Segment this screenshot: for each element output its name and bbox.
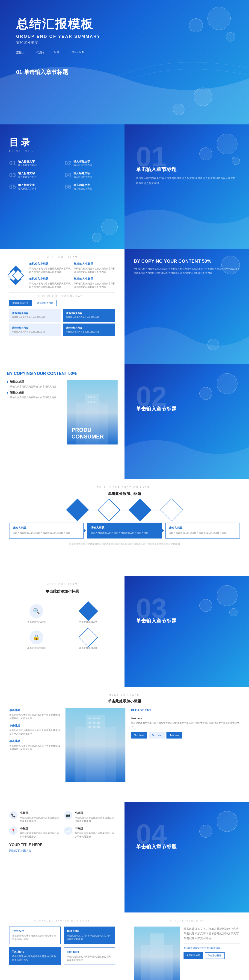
svg-rect-21 <box>150 934 164 980</box>
slide6-heading: 单击此处添加小标题 <box>9 589 115 594</box>
slide7-text-here: Text here <box>131 717 142 720</box>
slide7-label: MEET OUR TEAM <box>9 694 240 696</box>
cover-subtitle: 简约线性渐变 <box>16 40 233 45</box>
step1: 请输入标题 请输入内容请输入内容请输入内容请输入内容请输入内容 <box>9 523 84 538</box>
slide9-item1: Text here 单击此处添加文字内容单击此处添加文字内容单击此处添加 <box>9 926 61 944</box>
chapter01-heading: 单击输入章节标题 <box>136 166 238 173</box>
slide5-heading: 单击此处添加小标题 <box>9 492 240 496</box>
slide4-item-2: 请输入标题 请输入内容请输入内容请输入内容请输入内容 <box>7 391 64 399</box>
toc-item-6: 06 输入标题文字 输入标题文字内容 <box>65 183 115 190</box>
slide5: THIS IS THE SECTION LABEL 单击此处添加小标题 请输入标… <box>0 479 249 576</box>
slide3-item-3: 单机输入小标题 单机输入相关内容单机输入相关内容单机输入相关内容单机输入相关内容 <box>29 277 70 289</box>
slide5-label: THIS IS THE SECTION LABEL <box>9 486 240 489</box>
slide9-right-sub: 单击此处添加文字内容单击此处添加 <box>184 947 240 950</box>
svg-rect-12 <box>89 718 91 719</box>
svg-rect-22 <box>140 945 150 980</box>
svg-rect-16 <box>93 722 96 724</box>
toc-item-4: 04 输入标题文字 输入标题文字内容 <box>65 172 115 178</box>
slide-toc: 目 录 CONTENTS 01 输入标题文字 输入标题文字内容 02 输入标题文… <box>0 124 249 249</box>
svg-rect-23 <box>164 945 173 980</box>
your-title: YOUR TITLE HERE <box>9 843 115 847</box>
svg-rect-7 <box>90 401 92 403</box>
slide6-label: MEET OUR TEAM <box>9 583 115 585</box>
slide9-item2: Text here 单击此处添加文字内容单击此处添加文字内容单击此处添加 <box>64 926 115 944</box>
slide3-label: MEET OUR TEAM <box>9 256 115 258</box>
slide7-heading: 单击此处添加小标题 <box>9 699 240 704</box>
produ-label: PRODU CONSUMER <box>72 427 118 440</box>
slide7-please: PLEASE ENT <box>131 708 240 712</box>
slide8: 📞 小标题 单击此处添加单击此处添加单击此处添加单击此处添加 📷 小标题 单击此… <box>0 802 249 913</box>
slide9-label: ADVANCED SIMPLE BUSINESS <box>9 920 115 922</box>
slide6: MEET OUR TEAM 单击此处添加小标题 🔍 单击此处添加说明 单击此处添… <box>0 576 249 687</box>
slide8-item-2: 📷 小标题 单击此处添加单击此处添加单击此处添加单击此处添加 <box>64 811 115 823</box>
slide8-item-1: 📞 小标题 单击此处添加单击此处添加单击此处添加单击此处添加 <box>9 811 61 823</box>
cover-title-en: GROUP END OF YEAR SUMMARY <box>16 34 233 39</box>
slide3: MEET OUR TEAM 单机输入小标题 单机输入相关内容单机输入相关内容单机… <box>0 249 249 364</box>
svg-rect-13 <box>93 718 96 719</box>
toc-title-en: CONTENTS <box>9 150 115 153</box>
cover-reporter-value: 代用名 <box>37 51 45 55</box>
slide8-item-3: 📍 小标题 单击此处添加单击此处添加单击此处添加单击此处添加 <box>9 827 61 838</box>
tab1[interactable]: 请选择相关内容 <box>9 300 32 306</box>
slide4-item-1: 请输入标题 请输入内容请输入内容请输入内容请输入内容 <box>7 380 64 388</box>
chapter01-sub: 单击输入相关内容单击输入相关内容单击输入相关内容 单击输入相关内容单击输入相关内… <box>136 176 238 186</box>
slide3-item-4: 单机输入小标题 单机输入相关内容单机输入相关内容单机输入相关内容单机输入相关内容 <box>74 277 115 289</box>
slide5-bottom: 单击此处添加单击此处添加单击此处添加单击此处添加单击此处添加单击此处添加单击此处… <box>9 542 240 546</box>
toc-title: 目 录 <box>9 136 115 149</box>
chapter04-heading: 单击输入章节标题 <box>136 843 238 850</box>
step3: 请输入标题 请输入内容请输入内容请输入内容请输入内容请输入内容 <box>165 523 240 538</box>
svg-rect-4 <box>90 396 92 398</box>
svg-rect-8 <box>93 401 95 403</box>
svg-rect-6 <box>88 401 89 403</box>
content50-desc: 单机输入相关内容单机输入相关内容单机输入相关内容单机输入相关内容单机输入相关内容… <box>134 267 240 275</box>
slide9-item3: Text here 单击此处添加文字内容单击此处添加文字内容单击此处添加 <box>9 947 61 965</box>
text-here-btn3: Text here <box>166 732 182 738</box>
svg-rect-18 <box>89 726 91 728</box>
svg-rect-19 <box>93 726 96 728</box>
step2: 请输入标题 请输入内容请输入内容请输入内容请输入内容请输入内容 <box>88 523 161 538</box>
svg-rect-15 <box>89 722 91 724</box>
slide9: ADVANCED SIMPLE BUSINESS Text here 单击此处添… <box>0 913 249 980</box>
svg-rect-5 <box>93 396 95 398</box>
text-here-btn2: Text here <box>149 732 164 738</box>
chapter02-heading: 单击输入章节标题 <box>136 406 238 412</box>
text-here-btn1: Text here <box>131 732 147 738</box>
cover-title-cn: 总结汇报模板 <box>16 16 233 32</box>
slide7-col1-item2: 单击此处 单击此处添加文字单击此处添加文字单击此处添加文字单击此处添加文字 <box>9 724 60 735</box>
cover-time-value: 20NN.N.N <box>72 51 84 55</box>
slide3-item-1: 单机输入小标题 单机输入相关内容单机输入相关内容单机输入相关内容单机输入相关内容 <box>29 262 70 274</box>
toc-item-2: 02 输入标题文字 输入标题文字内容 <box>65 160 115 167</box>
slide4: BY COPYING YOUR CONTENT 50% 请输入标题 请输入内容请… <box>0 364 249 479</box>
content50-label: BY COPYING YOUR CONTENT 50% <box>134 258 240 264</box>
slide9-item4: Text here 单击此处添加文字内容单击此处添加文字内容单击此处添加 <box>64 947 115 965</box>
add-label: 添加页面标题内容 <box>9 849 115 853</box>
slide8-item-4: ✉️ 小标题 单击此处添加单击此处添加单击此处添加单击此处添加 <box>64 827 115 838</box>
svg-rect-11 <box>105 727 116 782</box>
svg-rect-14 <box>97 718 100 719</box>
toc-item-5: 05 输入标题文字 输入标题文字内容 <box>9 183 60 190</box>
chapter03-heading: 单击输入章节标题 <box>136 617 238 624</box>
slide9-right-desc: 单击此处添加文字内容单击此处添加文字内容单击此处添加文字内容单击此处添加文字内容… <box>184 926 240 940</box>
slide7-col1-item1: 单击此处 单击此处添加文字单击此处添加文字单击此处添加文字单击此处添加文字 <box>9 708 60 720</box>
cover-time-label: 时间： <box>54 51 62 55</box>
slide3-section-label: THIS IS THE SECTION LABEL <box>9 295 115 298</box>
svg-rect-17 <box>97 722 100 724</box>
tab2[interactable]: 请选择相关内容 <box>34 300 57 306</box>
svg-rect-9 <box>86 715 105 782</box>
slide7: MEET OUR TEAM 单击此处添加小标题 单击此处 单击此处添加文字单击此… <box>0 687 249 802</box>
slide-cover: 总结汇报模板 GROUP END OF YEAR SUMMARY 简约线性渐变 … <box>0 0 249 124</box>
slide9-right-label: TO EXPERIENCE PR <box>134 920 240 922</box>
slide3-item-2: 单机输入小标题 单机输入相关内容单机输入相关内容单机输入相关内容单机输入相关内容 <box>74 262 115 274</box>
cover-reporter-label: 汇报人： <box>16 51 27 55</box>
slide7-col1-item3: 单击此处 单击此处添加文字单击此处添加文字单击此处添加文字单击此处添加文字 <box>9 739 60 751</box>
svg-rect-3 <box>88 396 89 398</box>
toc-item-1: 01 输入标题文字 输入标题文字内容 <box>9 160 60 167</box>
svg-rect-20 <box>97 726 100 728</box>
slide4-content-label: BY COPYING YOUR CONTENT 50% <box>7 371 118 376</box>
svg-rect-10 <box>75 727 86 782</box>
cover-section-label: 01 单击输入章节标题 <box>16 68 233 76</box>
toc-item-3: 03 输入标题文字 输入标题文字内容 <box>9 172 60 178</box>
